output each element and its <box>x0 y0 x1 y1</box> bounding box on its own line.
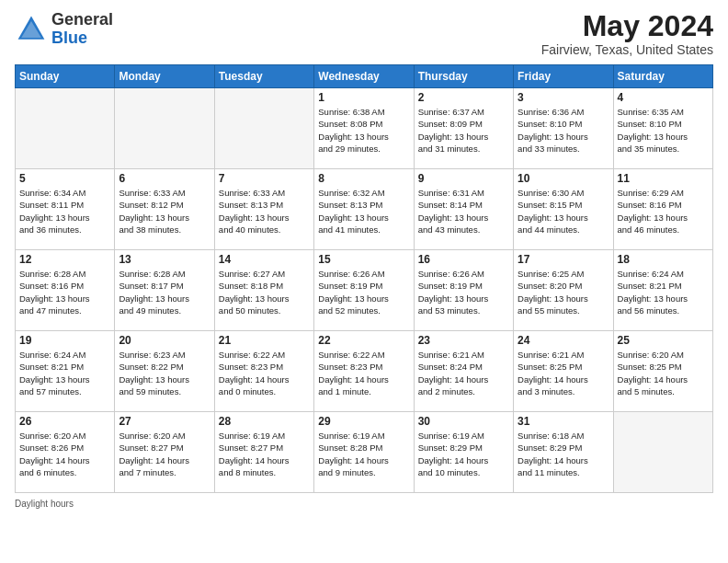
day-number: 2 <box>418 91 509 104</box>
calendar-cell: 16Sunrise: 6:26 AM Sunset: 8:19 PM Dayli… <box>414 250 513 331</box>
calendar-cell: 11Sunrise: 6:29 AM Sunset: 8:16 PM Dayli… <box>613 169 712 250</box>
calendar-cell: 1Sunrise: 6:38 AM Sunset: 8:08 PM Daylig… <box>314 88 414 169</box>
day-number: 24 <box>518 334 609 347</box>
calendar-cell <box>16 88 115 169</box>
day-info: Sunrise: 6:29 AM Sunset: 8:16 PM Dayligh… <box>618 187 709 236</box>
day-info: Sunrise: 6:20 AM Sunset: 8:25 PM Dayligh… <box>618 349 709 397</box>
day-number: 30 <box>418 415 509 428</box>
day-info: Sunrise: 6:22 AM Sunset: 8:23 PM Dayligh… <box>219 349 310 397</box>
header: General Blue May 2024 Fairview, Texas, U… <box>15 11 713 57</box>
logo-general-text: General <box>51 10 113 29</box>
calendar-cell: 21Sunrise: 6:22 AM Sunset: 8:23 PM Dayli… <box>214 331 313 412</box>
calendar-cell: 25Sunrise: 6:20 AM Sunset: 8:25 PM Dayli… <box>613 331 712 412</box>
calendar-cell: 14Sunrise: 6:27 AM Sunset: 8:18 PM Dayli… <box>214 250 313 331</box>
title-block: May 2024 Fairview, Texas, United States <box>541 11 713 57</box>
day-number: 17 <box>518 253 609 266</box>
day-number: 7 <box>219 172 310 185</box>
day-number: 10 <box>518 172 609 185</box>
day-info: Sunrise: 6:19 AM Sunset: 8:28 PM Dayligh… <box>318 430 409 478</box>
calendar-cell: 24Sunrise: 6:21 AM Sunset: 8:25 PM Dayli… <box>514 331 613 412</box>
day-info: Sunrise: 6:28 AM Sunset: 8:16 PM Dayligh… <box>19 268 110 316</box>
day-number: 25 <box>618 334 709 347</box>
day-number: 19 <box>19 334 110 347</box>
day-number: 21 <box>219 334 310 347</box>
calendar-week-1: 5Sunrise: 6:34 AM Sunset: 8:11 PM Daylig… <box>16 169 713 250</box>
calendar-cell: 9Sunrise: 6:31 AM Sunset: 8:14 PM Daylig… <box>414 169 513 250</box>
calendar-cell: 10Sunrise: 6:30 AM Sunset: 8:15 PM Dayli… <box>514 169 613 250</box>
day-info: Sunrise: 6:19 AM Sunset: 8:29 PM Dayligh… <box>418 430 509 478</box>
day-info: Sunrise: 6:21 AM Sunset: 8:25 PM Dayligh… <box>518 349 609 397</box>
day-info: Sunrise: 6:26 AM Sunset: 8:19 PM Dayligh… <box>318 268 409 316</box>
calendar-cell: 5Sunrise: 6:34 AM Sunset: 8:11 PM Daylig… <box>16 169 115 250</box>
day-number: 18 <box>618 253 709 266</box>
day-headers-row: SundayMondayTuesdayWednesdayThursdayFrid… <box>16 65 713 88</box>
logo: General Blue <box>15 11 113 48</box>
day-number: 4 <box>618 91 709 104</box>
calendar-cell: 12Sunrise: 6:28 AM Sunset: 8:16 PM Dayli… <box>16 250 115 331</box>
day-number: 23 <box>418 334 509 347</box>
day-info: Sunrise: 6:19 AM Sunset: 8:27 PM Dayligh… <box>219 430 310 478</box>
day-number: 13 <box>119 253 210 266</box>
calendar-cell: 26Sunrise: 6:20 AM Sunset: 8:26 PM Dayli… <box>16 412 115 493</box>
location: Fairview, Texas, United States <box>541 42 713 57</box>
day-info: Sunrise: 6:20 AM Sunset: 8:27 PM Dayligh… <box>119 430 210 478</box>
calendar-week-3: 19Sunrise: 6:24 AM Sunset: 8:21 PM Dayli… <box>16 331 713 412</box>
calendar-week-0: 1Sunrise: 6:38 AM Sunset: 8:08 PM Daylig… <box>16 88 713 169</box>
day-header-saturday: Saturday <box>613 65 712 88</box>
day-number: 11 <box>618 172 709 185</box>
day-info: Sunrise: 6:27 AM Sunset: 8:18 PM Dayligh… <box>219 268 310 316</box>
day-number: 1 <box>318 91 409 104</box>
day-header-tuesday: Tuesday <box>214 65 313 88</box>
day-info: Sunrise: 6:24 AM Sunset: 8:21 PM Dayligh… <box>19 349 110 397</box>
day-number: 15 <box>318 253 409 266</box>
day-number: 3 <box>518 91 609 104</box>
calendar-cell: 15Sunrise: 6:26 AM Sunset: 8:19 PM Dayli… <box>314 250 414 331</box>
page: General Blue May 2024 Fairview, Texas, U… <box>0 0 728 516</box>
day-info: Sunrise: 6:25 AM Sunset: 8:20 PM Dayligh… <box>518 268 609 316</box>
day-info: Sunrise: 6:33 AM Sunset: 8:13 PM Dayligh… <box>219 187 310 236</box>
day-info: Sunrise: 6:32 AM Sunset: 8:13 PM Dayligh… <box>318 187 409 236</box>
calendar-week-4: 26Sunrise: 6:20 AM Sunset: 8:26 PM Dayli… <box>16 412 713 493</box>
calendar-cell <box>214 88 313 169</box>
day-header-friday: Friday <box>514 65 613 88</box>
day-number: 20 <box>119 334 210 347</box>
logo-blue-text: Blue <box>51 29 87 47</box>
calendar-cell: 27Sunrise: 6:20 AM Sunset: 8:27 PM Dayli… <box>115 412 214 493</box>
calendar-cell: 20Sunrise: 6:23 AM Sunset: 8:22 PM Dayli… <box>115 331 214 412</box>
day-number: 8 <box>318 172 409 185</box>
day-header-sunday: Sunday <box>16 65 115 88</box>
day-info: Sunrise: 6:20 AM Sunset: 8:26 PM Dayligh… <box>19 430 110 478</box>
daylight-hours-label: Daylight hours <box>15 499 74 509</box>
day-info: Sunrise: 6:26 AM Sunset: 8:19 PM Dayligh… <box>418 268 509 316</box>
day-info: Sunrise: 6:36 AM Sunset: 8:10 PM Dayligh… <box>518 106 609 155</box>
calendar-cell: 3Sunrise: 6:36 AM Sunset: 8:10 PM Daylig… <box>514 88 613 169</box>
day-number: 31 <box>518 415 609 428</box>
day-info: Sunrise: 6:18 AM Sunset: 8:29 PM Dayligh… <box>518 430 609 478</box>
calendar-cell: 29Sunrise: 6:19 AM Sunset: 8:28 PM Dayli… <box>314 412 414 493</box>
calendar-body: 1Sunrise: 6:38 AM Sunset: 8:08 PM Daylig… <box>16 88 713 493</box>
day-info: Sunrise: 6:22 AM Sunset: 8:23 PM Dayligh… <box>318 349 409 397</box>
calendar-cell: 19Sunrise: 6:24 AM Sunset: 8:21 PM Dayli… <box>16 331 115 412</box>
day-number: 27 <box>119 415 210 428</box>
calendar-week-2: 12Sunrise: 6:28 AM Sunset: 8:16 PM Dayli… <box>16 250 713 331</box>
day-info: Sunrise: 6:38 AM Sunset: 8:08 PM Dayligh… <box>318 106 409 155</box>
day-number: 12 <box>19 253 110 266</box>
day-info: Sunrise: 6:30 AM Sunset: 8:15 PM Dayligh… <box>518 187 609 236</box>
logo-text: General Blue <box>51 11 113 48</box>
calendar-cell <box>613 412 712 493</box>
calendar: SundayMondayTuesdayWednesdayThursdayFrid… <box>15 64 713 493</box>
calendar-cell: 4Sunrise: 6:35 AM Sunset: 8:10 PM Daylig… <box>613 88 712 169</box>
calendar-cell: 17Sunrise: 6:25 AM Sunset: 8:20 PM Dayli… <box>514 250 613 331</box>
calendar-cell: 7Sunrise: 6:33 AM Sunset: 8:13 PM Daylig… <box>214 169 313 250</box>
day-info: Sunrise: 6:21 AM Sunset: 8:24 PM Dayligh… <box>418 349 509 397</box>
calendar-cell: 28Sunrise: 6:19 AM Sunset: 8:27 PM Dayli… <box>214 412 313 493</box>
calendar-cell: 23Sunrise: 6:21 AM Sunset: 8:24 PM Dayli… <box>414 331 513 412</box>
day-number: 6 <box>119 172 210 185</box>
calendar-cell: 30Sunrise: 6:19 AM Sunset: 8:29 PM Dayli… <box>414 412 513 493</box>
day-info: Sunrise: 6:34 AM Sunset: 8:11 PM Dayligh… <box>19 187 110 236</box>
footer: Daylight hours <box>15 499 713 509</box>
calendar-header: SundayMondayTuesdayWednesdayThursdayFrid… <box>16 65 713 88</box>
day-number: 26 <box>19 415 110 428</box>
day-info: Sunrise: 6:31 AM Sunset: 8:14 PM Dayligh… <box>418 187 509 236</box>
day-info: Sunrise: 6:24 AM Sunset: 8:21 PM Dayligh… <box>618 268 709 316</box>
